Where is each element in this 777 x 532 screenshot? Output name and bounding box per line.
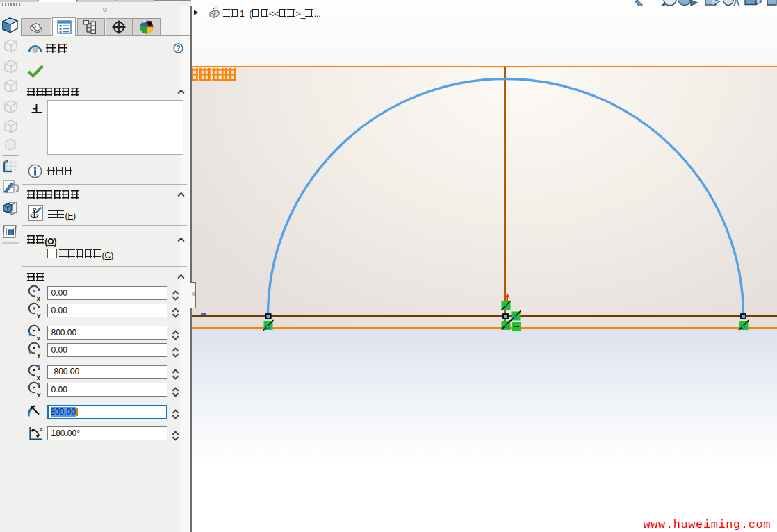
svg-text:Y: Y (37, 352, 41, 358)
svg-text:?: ? (176, 44, 180, 52)
svg-text:x: x (37, 374, 40, 380)
svg-text:A: A (40, 426, 44, 433)
svg-text:A: A (733, 0, 740, 6)
svg-text:Y: Y (37, 313, 41, 319)
svg-text:x: x (37, 295, 40, 301)
svg-text:Y: Y (37, 392, 41, 398)
svg-text:x: x (37, 335, 40, 341)
